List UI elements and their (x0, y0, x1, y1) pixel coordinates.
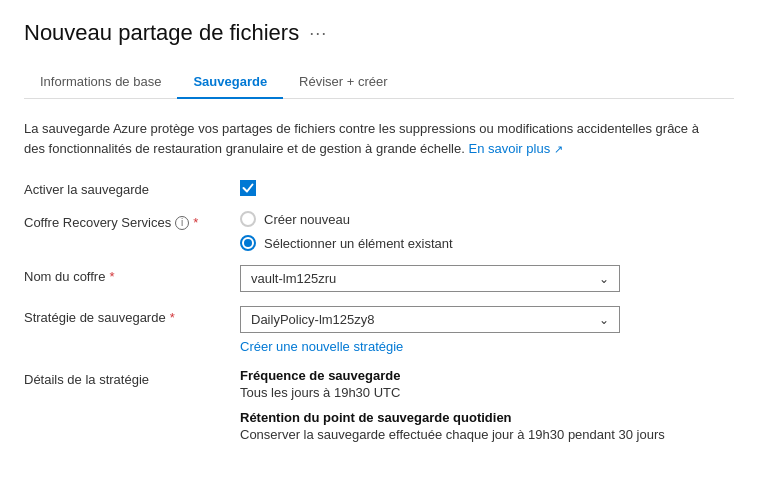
vault-name-chevron-icon: ⌄ (599, 272, 609, 286)
tab-bar: Informations de base Sauvegarde Réviser … (24, 66, 734, 99)
detail-frequency-title: Fréquence de sauvegarde (240, 368, 734, 383)
vault-name-control: vault-lm125zru ⌄ (240, 265, 734, 292)
policy-dropdown[interactable]: DailyPolicy-lm125zy8 ⌄ (240, 306, 620, 333)
policy-required: * (170, 310, 175, 325)
vault-info-icon[interactable]: i (175, 216, 189, 230)
detail-item-frequency: Fréquence de sauvegarde Tous les jours à… (240, 368, 734, 400)
tab-backup[interactable]: Sauvegarde (177, 66, 283, 99)
create-policy-link-text: Créer une nouvelle stratégie (240, 339, 403, 354)
vault-option-new-label: Créer nouveau (264, 212, 350, 227)
tab-basics[interactable]: Informations de base (24, 66, 177, 99)
enable-backup-row: Activer la sauvegarde (24, 178, 734, 197)
vault-required: * (193, 215, 198, 230)
vault-radio-existing-fill (244, 239, 252, 247)
vault-name-required: * (109, 269, 114, 284)
enable-backup-checkbox[interactable] (240, 180, 256, 196)
learn-more-text: En savoir plus (468, 141, 550, 156)
external-link-icon: ↗ (554, 141, 563, 158)
vault-option-new[interactable]: Créer nouveau (240, 211, 734, 227)
form: Activer la sauvegarde Coffre Recovery Se… (24, 178, 734, 442)
description-text: La sauvegarde Azure protège vos partages… (24, 121, 699, 156)
detail-retention-value: Conserver la sauvegarde effectuée chaque… (240, 427, 734, 442)
detail-retention-title: Rétention du point de sauvegarde quotidi… (240, 410, 734, 425)
vault-radio-group: Créer nouveau Sélectionner un élément ex… (240, 211, 734, 251)
enable-backup-control (240, 178, 734, 196)
vault-name-row: Nom du coffre * vault-lm125zru ⌄ (24, 265, 734, 292)
policy-value: DailyPolicy-lm125zy8 (251, 312, 375, 327)
page-title: Nouveau partage de fichiers (24, 20, 299, 46)
vault-name-dropdown[interactable]: vault-lm125zru ⌄ (240, 265, 620, 292)
detail-item-retention: Rétention du point de sauvegarde quotidi… (240, 410, 734, 442)
vault-label: Coffre Recovery Services i * (24, 211, 224, 230)
tab-review[interactable]: Réviser + créer (283, 66, 404, 99)
policy-chevron-icon: ⌄ (599, 313, 609, 327)
details-row: Détails de la stratégie Fréquence de sau… (24, 368, 734, 442)
vault-radio-new[interactable] (240, 211, 256, 227)
details-section: Fréquence de sauvegarde Tous les jours à… (240, 368, 734, 442)
details-label: Détails de la stratégie (24, 368, 224, 387)
details-control: Fréquence de sauvegarde Tous les jours à… (240, 368, 734, 442)
page-title-row: Nouveau partage de fichiers ··· (24, 20, 734, 46)
description: La sauvegarde Azure protège vos partages… (24, 119, 704, 158)
enable-backup-checkbox-wrapper (240, 178, 734, 196)
vault-radio-existing[interactable] (240, 235, 256, 251)
policy-row: Stratégie de sauvegarde * DailyPolicy-lm… (24, 306, 734, 354)
policy-control: DailyPolicy-lm125zy8 ⌄ Créer une nouvell… (240, 306, 734, 354)
vault-row: Coffre Recovery Services i * Créer nouve… (24, 211, 734, 251)
vault-option-existing[interactable]: Sélectionner un élément existant (240, 235, 734, 251)
create-policy-link[interactable]: Créer une nouvelle stratégie (240, 339, 734, 354)
vault-name-label: Nom du coffre * (24, 265, 224, 284)
detail-frequency-value: Tous les jours à 19h30 UTC (240, 385, 734, 400)
ellipsis-menu-icon[interactable]: ··· (309, 23, 327, 44)
vault-option-existing-label: Sélectionner un élément existant (264, 236, 453, 251)
learn-more-link[interactable]: En savoir plus ↗ (468, 141, 562, 156)
vault-name-value: vault-lm125zru (251, 271, 336, 286)
policy-label: Stratégie de sauvegarde * (24, 306, 224, 325)
enable-backup-label: Activer la sauvegarde (24, 178, 224, 197)
